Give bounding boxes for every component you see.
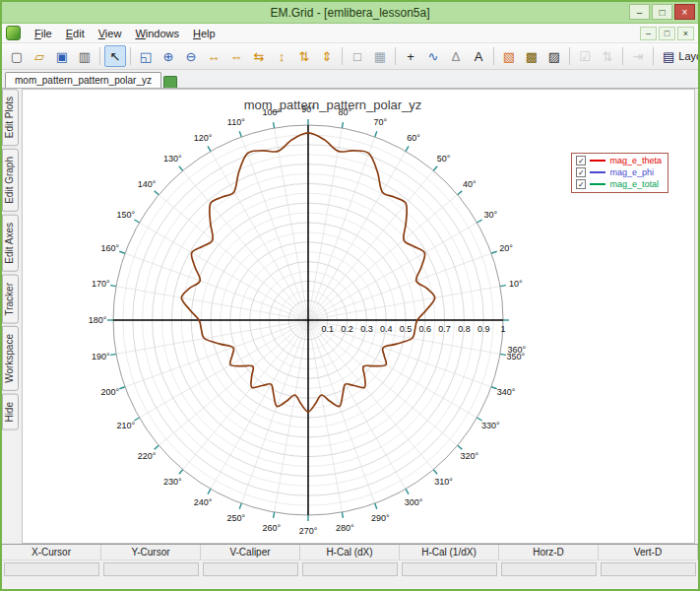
sidebar-item-tracker[interactable]: Tracker bbox=[2, 275, 19, 324]
scroll-up-down-icon[interactable]: ⇅ bbox=[293, 45, 315, 67]
svg-text:270°: 270° bbox=[299, 526, 318, 536]
toolbar-separator bbox=[622, 47, 623, 65]
grid-toggle-icon[interactable]: ▦ bbox=[369, 45, 391, 67]
stretch-vertical-icon[interactable]: ⇕ bbox=[316, 45, 338, 67]
toolbar-separator bbox=[342, 47, 343, 65]
axis-spin-icon[interactable]: ⇅ bbox=[597, 45, 618, 67]
zoom-out-icon[interactable]: ⊖ bbox=[180, 45, 202, 67]
sidebar-item-edit-axes[interactable]: Edit Axes bbox=[2, 215, 19, 272]
mdi-close-button[interactable]: × bbox=[677, 27, 694, 40]
status-value-cell bbox=[601, 562, 696, 576]
fit-width-icon[interactable]: ⇆ bbox=[248, 45, 270, 67]
svg-text:0.7: 0.7 bbox=[438, 324, 451, 334]
curve-trace-icon[interactable]: ∿ bbox=[422, 45, 444, 67]
maximize-button[interactable]: □ bbox=[652, 4, 672, 20]
svg-text:0.5: 0.5 bbox=[400, 324, 413, 334]
window-title: EM.Grid - [emlibera_lesson5a] bbox=[270, 6, 429, 20]
sidebar-item-edit-graph[interactable]: Edit Graph bbox=[2, 149, 19, 212]
select-cursor-icon[interactable]: ↖ bbox=[104, 45, 126, 67]
svg-text:240°: 240° bbox=[194, 497, 213, 507]
sidebar-item-workspace[interactable]: Workspace bbox=[2, 326, 19, 391]
legend-item: ✓mag_e_total bbox=[576, 179, 662, 189]
legend-item: ✓mag_e_phi bbox=[576, 167, 662, 177]
status-value-cell bbox=[302, 562, 398, 576]
toolbar: ▢▱▣▥↖◱⊕⊖↔⇔⇆↕⇅⇕□▦+∿∆A▧▩▨☑⇅⇥ ▤ Layout ▾ bbox=[2, 43, 698, 70]
pan-horizontal-icon[interactable]: ↔ bbox=[203, 45, 224, 67]
zoom-in-icon[interactable]: ⊕ bbox=[158, 45, 179, 67]
status-value-cell bbox=[4, 562, 99, 576]
svg-text:70°: 70° bbox=[373, 117, 387, 127]
legend-box: ✓mag_e_theta✓mag_e_phi✓mag_e_total bbox=[571, 153, 668, 193]
status-v-caliper: V-Caliper bbox=[201, 545, 300, 559]
fit-height-icon[interactable]: ↕ bbox=[271, 45, 292, 67]
text-annotation-icon[interactable]: A bbox=[468, 45, 489, 67]
legend-line-sample-icon bbox=[590, 160, 605, 162]
legend-checkbox[interactable]: ✓ bbox=[576, 167, 586, 177]
axis-limits-icon[interactable]: ☑ bbox=[574, 45, 596, 67]
fill-style-icon[interactable]: ▩ bbox=[521, 45, 542, 67]
svg-text:110°: 110° bbox=[227, 117, 245, 127]
menu-edit[interactable]: Edit bbox=[59, 26, 92, 41]
svg-text:330°: 330° bbox=[481, 421, 500, 430]
svg-text:280°: 280° bbox=[336, 523, 354, 533]
sidebar-item-edit-plots[interactable]: Edit Plots bbox=[2, 89, 19, 146]
mdi-restore-button[interactable]: □ bbox=[659, 27, 675, 40]
plot-panel: 10°20°30°40°50°60°70°80°90°100°110°120°1… bbox=[22, 89, 695, 544]
save-icon[interactable]: ▣ bbox=[51, 45, 73, 67]
toolbar-separator bbox=[130, 47, 131, 65]
legend-label: mag_e_total bbox=[609, 179, 659, 189]
new-file-icon[interactable]: ▢ bbox=[6, 45, 28, 67]
svg-text:0.1: 0.1 bbox=[322, 324, 335, 334]
svg-text:170°: 170° bbox=[92, 279, 110, 289]
svg-text:320°: 320° bbox=[461, 451, 479, 461]
left-sidebar: Edit Plots Edit Graph Edit Axes Tracker … bbox=[2, 89, 19, 544]
svg-text:120°: 120° bbox=[194, 133, 213, 143]
slope-tool-icon[interactable]: ∆ bbox=[445, 45, 467, 67]
menu-windows[interactable]: Windows bbox=[128, 26, 186, 41]
color-palette-icon[interactable]: ▧ bbox=[498, 45, 520, 67]
svg-text:1: 1 bbox=[500, 324, 505, 334]
svg-text:150°: 150° bbox=[116, 210, 135, 220]
svg-text:340°: 340° bbox=[497, 387, 516, 397]
svg-text:200°: 200° bbox=[101, 387, 120, 397]
svg-text:130°: 130° bbox=[163, 154, 182, 164]
menu-help[interactable]: Help bbox=[186, 26, 223, 41]
minimize-button[interactable]: – bbox=[629, 4, 650, 20]
span-tool-icon[interactable]: ⇥ bbox=[627, 45, 649, 67]
layout-dropdown[interactable]: ▤ Layout ▾ bbox=[657, 47, 700, 66]
status-gap bbox=[2, 578, 698, 589]
region-select-icon[interactable]: □ bbox=[347, 45, 368, 67]
menu-view[interactable]: View bbox=[92, 26, 129, 41]
toolbar-separator bbox=[569, 47, 570, 65]
legend-checkbox[interactable]: ✓ bbox=[576, 156, 586, 165]
pan-extents-icon[interactable]: ⇔ bbox=[225, 45, 247, 67]
legend-checkbox[interactable]: ✓ bbox=[576, 179, 586, 189]
svg-text:180°: 180° bbox=[89, 315, 107, 325]
toolbar-separator bbox=[653, 47, 654, 65]
print-icon[interactable]: ▥ bbox=[74, 45, 95, 67]
hatch-style-icon[interactable]: ▨ bbox=[543, 45, 565, 67]
tab-active-plot[interactable]: mom_pattern_pattern_polar_yz bbox=[5, 72, 161, 88]
menu-file[interactable]: File bbox=[28, 26, 59, 41]
close-button[interactable]: × bbox=[674, 4, 695, 20]
plot-title: mom_pattern_pattern_polar_yz bbox=[244, 98, 422, 112]
legend-line-sample-icon bbox=[590, 171, 605, 173]
svg-text:20°: 20° bbox=[499, 243, 513, 253]
crosshair-icon[interactable]: + bbox=[400, 45, 421, 67]
svg-text:190°: 190° bbox=[92, 352, 110, 361]
status-h-cal-dx: H-Cal (dX) bbox=[300, 545, 400, 559]
sidebar-item-hide[interactable]: Hide bbox=[2, 394, 19, 430]
title-bar[interactable]: EM.Grid - [emlibera_lesson5a] – □ × bbox=[2, 2, 698, 24]
svg-text:30°: 30° bbox=[483, 210, 497, 220]
legend-label: mag_e_phi bbox=[609, 167, 654, 177]
status-value-cell bbox=[402, 562, 497, 576]
mdi-minimize-button[interactable]: – bbox=[640, 27, 657, 40]
status-h-cal-1dx: H-Cal (1/dX) bbox=[400, 545, 499, 559]
zoom-window-icon[interactable]: ◱ bbox=[135, 45, 157, 67]
tab-new-stub[interactable] bbox=[163, 76, 177, 88]
svg-text:0.6: 0.6 bbox=[419, 324, 432, 334]
status-y-cursor: Y-Cursor bbox=[101, 545, 201, 559]
svg-text:10°: 10° bbox=[509, 279, 523, 289]
window-controls: – □ × bbox=[629, 4, 695, 20]
open-folder-icon[interactable]: ▱ bbox=[29, 45, 50, 67]
